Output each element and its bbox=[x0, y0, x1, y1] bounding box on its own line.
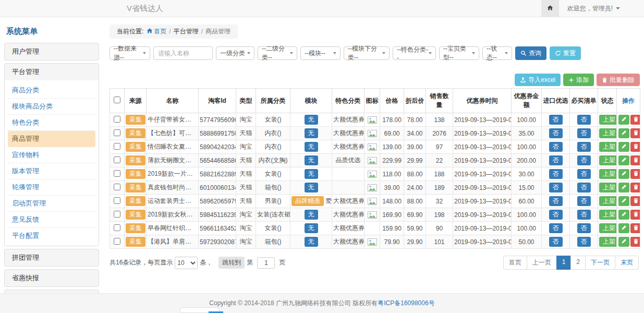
breadcrumb-home-link[interactable]: 首页 bbox=[154, 28, 166, 35]
delete-button[interactable] bbox=[630, 183, 640, 192]
delete-button[interactable] bbox=[630, 196, 640, 206]
row-checkbox[interactable] bbox=[114, 143, 120, 150]
delete-button[interactable] bbox=[630, 237, 640, 247]
row-checkbox[interactable] bbox=[114, 184, 120, 190]
filter-select[interactable]: --宝贝类型-- bbox=[439, 46, 479, 60]
delete-button[interactable] bbox=[630, 142, 640, 152]
status-toggle[interactable]: 上架 bbox=[599, 223, 617, 233]
delete-button[interactable] bbox=[630, 115, 640, 125]
edit-button[interactable] bbox=[618, 196, 629, 206]
edit-button[interactable] bbox=[618, 183, 629, 192]
edit-button[interactable] bbox=[618, 237, 629, 247]
status-toggle[interactable]: 上架 bbox=[599, 142, 617, 152]
sidebar-item[interactable]: 意见反馈 bbox=[8, 212, 95, 228]
status-toggle[interactable]: 上架 bbox=[599, 237, 617, 247]
must-buy-toggle[interactable]: 否 bbox=[577, 237, 591, 247]
import-select-toggle[interactable]: 否 bbox=[549, 183, 563, 192]
edit-button[interactable] bbox=[618, 115, 629, 125]
row-checkbox[interactable] bbox=[114, 156, 120, 163]
delete-button[interactable] bbox=[630, 210, 640, 220]
filter-select[interactable]: --状态-- bbox=[482, 46, 512, 60]
import-select-toggle[interactable]: 否 bbox=[549, 223, 563, 233]
status-toggle[interactable]: 上架 bbox=[599, 115, 617, 125]
sidebar-item[interactable]: 商品管理 bbox=[8, 131, 95, 147]
batch-delete-button[interactable]: 批量删除 bbox=[597, 74, 640, 86]
sidebar-item[interactable]: 宣传物料 bbox=[8, 147, 95, 163]
breadcrumb-item[interactable]: 平台管理 bbox=[174, 28, 199, 35]
status-toggle[interactable]: 上架 bbox=[599, 210, 617, 220]
status-toggle[interactable]: 上架 bbox=[599, 155, 617, 165]
page-button[interactable]: 2 bbox=[570, 256, 586, 270]
status-toggle[interactable]: 上架 bbox=[599, 128, 617, 138]
row-checkbox[interactable] bbox=[114, 238, 120, 245]
sidebar-section-header[interactable]: 平台管理 bbox=[5, 64, 99, 80]
import-select-toggle[interactable]: 否 bbox=[549, 237, 563, 247]
sidebar-item[interactable]: 商品分类 bbox=[8, 82, 95, 99]
page-button[interactable]: 首页 bbox=[503, 256, 527, 270]
status-toggle[interactable]: 上架 bbox=[599, 183, 617, 192]
must-buy-toggle[interactable]: 否 bbox=[577, 169, 591, 179]
import-select-toggle[interactable]: 否 bbox=[549, 142, 563, 152]
must-buy-toggle[interactable]: 否 bbox=[577, 128, 591, 138]
page-size-select[interactable]: 10 bbox=[175, 257, 198, 269]
icp-link[interactable]: 粤ICP备16098006号 bbox=[378, 299, 434, 308]
row-checkbox[interactable] bbox=[114, 211, 120, 218]
sidebar-section-header[interactable]: 拼团管理 bbox=[5, 249, 99, 266]
import-select-toggle[interactable]: 否 bbox=[549, 169, 563, 179]
sidebar-item[interactable]: 特色分类 bbox=[8, 115, 95, 131]
import-excel-button[interactable]: 导入excel bbox=[515, 74, 561, 86]
must-buy-toggle[interactable]: 否 bbox=[577, 196, 591, 206]
row-checkbox[interactable] bbox=[114, 129, 120, 136]
page-button[interactable]: 上一页 bbox=[527, 256, 557, 270]
filter-select[interactable]: --特色分类-- bbox=[393, 46, 436, 60]
row-checkbox[interactable] bbox=[114, 170, 120, 177]
delete-button[interactable] bbox=[630, 169, 640, 179]
delete-button[interactable] bbox=[630, 223, 640, 233]
edit-button[interactable] bbox=[618, 155, 629, 165]
filter-select[interactable]: 一级分类 bbox=[216, 46, 254, 60]
delete-button[interactable] bbox=[630, 128, 640, 138]
must-buy-toggle[interactable]: 否 bbox=[577, 142, 591, 152]
add-button[interactable]: 添加 bbox=[563, 74, 594, 86]
must-buy-toggle[interactable]: 否 bbox=[577, 115, 591, 125]
sidebar-section-header[interactable]: 用户管理 bbox=[5, 43, 99, 60]
sidebar-section-header[interactable]: 省惠快报 bbox=[5, 270, 99, 286]
filter-select[interactable]: --数据来源-- bbox=[110, 46, 150, 60]
sidebar-item[interactable]: 轮播管理 bbox=[8, 179, 95, 196]
import-select-toggle[interactable]: 否 bbox=[549, 128, 563, 138]
edit-button[interactable] bbox=[618, 210, 629, 220]
delete-button[interactable] bbox=[630, 155, 640, 165]
must-buy-toggle[interactable]: 否 bbox=[577, 210, 591, 220]
edit-button[interactable] bbox=[618, 223, 629, 233]
page-button[interactable]: 末页 bbox=[615, 256, 639, 270]
name-search-input[interactable] bbox=[153, 46, 213, 60]
filter-select[interactable]: --模块-- bbox=[300, 46, 341, 60]
edit-button[interactable] bbox=[618, 169, 629, 179]
jump-button[interactable]: 跳转到 bbox=[218, 257, 245, 269]
search-button[interactable]: 查询 bbox=[515, 46, 546, 60]
must-buy-toggle[interactable]: 否 bbox=[577, 155, 591, 165]
sidebar-item[interactable]: 版本管理 bbox=[8, 163, 95, 179]
import-select-toggle[interactable]: 否 bbox=[549, 196, 563, 206]
page-button[interactable]: 1 bbox=[556, 256, 572, 270]
sidebar-item[interactable]: 平台配置 bbox=[8, 228, 95, 244]
status-toggle[interactable]: 上架 bbox=[599, 169, 617, 179]
page-button[interactable]: 下一页 bbox=[585, 256, 615, 270]
home-shortcut-button[interactable] bbox=[541, 0, 559, 17]
sidebar-item[interactable]: 启动页管理 bbox=[8, 196, 95, 212]
user-menu[interactable]: 欢迎您，管理员! bbox=[559, 0, 644, 17]
filter-select[interactable]: --模块下分类-- bbox=[344, 46, 390, 60]
edit-button[interactable] bbox=[618, 128, 629, 138]
sidebar-item[interactable]: 模块商品分类 bbox=[8, 99, 95, 115]
filter-select[interactable]: --二级分类-- bbox=[258, 46, 297, 60]
jump-page-input[interactable] bbox=[257, 257, 275, 269]
import-select-toggle[interactable]: 否 bbox=[549, 155, 563, 165]
import-select-toggle[interactable]: 否 bbox=[549, 210, 563, 220]
must-buy-toggle[interactable]: 否 bbox=[577, 183, 591, 192]
import-select-toggle[interactable]: 否 bbox=[549, 115, 563, 125]
reset-button[interactable]: 重置 bbox=[550, 46, 581, 60]
status-toggle[interactable]: 上架 bbox=[599, 196, 617, 206]
edit-button[interactable] bbox=[618, 142, 629, 152]
row-checkbox[interactable] bbox=[114, 224, 120, 231]
must-buy-toggle[interactable]: 否 bbox=[577, 223, 591, 233]
